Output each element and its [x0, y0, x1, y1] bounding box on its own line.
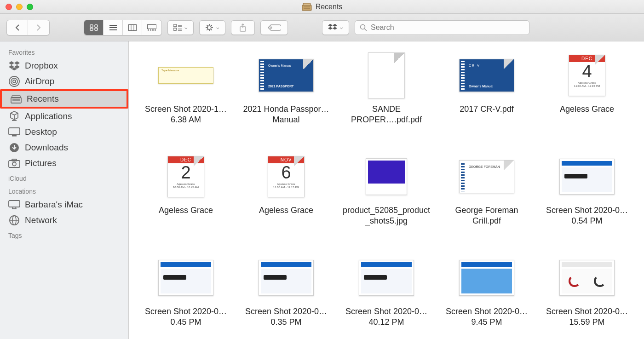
svg-rect-1 [303, 3, 310, 6]
sidebar-item-dropbox[interactable]: Dropbox [0, 58, 128, 74]
sidebar-item-barbara-s-imac[interactable]: Barbara's iMac [0, 197, 128, 213]
share-button[interactable] [231, 20, 255, 35]
tags-button[interactable] [260, 20, 288, 35]
share-icon [239, 23, 247, 32]
file-thumbnail [557, 255, 617, 301]
window-title-icon [302, 3, 312, 11]
search-icon [360, 24, 367, 31]
file-item[interactable]: Screen Shot 2020-0…40.12 PM [339, 255, 434, 339]
sidebar-item-pictures[interactable]: Pictures [0, 155, 128, 171]
list-view-button[interactable] [104, 20, 123, 35]
svg-point-37 [11, 78, 17, 85]
sidebar-item-label: Network [25, 215, 57, 225]
file-item[interactable]: NOV6Ageless Grace11:30 AM - 12:15 PMAgel… [238, 154, 334, 246]
svg-rect-47 [9, 161, 20, 167]
applications-icon [8, 111, 20, 121]
gallery-view-button[interactable] [142, 20, 161, 35]
close-window-button[interactable] [6, 4, 12, 10]
sidebar-item-label: Downloads [25, 143, 68, 153]
view-mode-group [84, 20, 162, 35]
sidebar: FavoritesDropboxAirDropRecentsApplicatio… [0, 41, 129, 339]
file-item[interactable]: Screen Shot 2020-0…9.45 PM [439, 255, 535, 339]
svg-rect-4 [90, 25, 93, 27]
sidebar-item-label: Recents [27, 94, 59, 104]
network-icon [8, 215, 20, 225]
file-thumbnail [457, 255, 517, 301]
nav-back-forward [6, 20, 50, 35]
sidebar-item-label: Dropbox [25, 61, 58, 71]
forward-button[interactable] [28, 20, 49, 35]
file-name: Screen Shot 2020-1…6.38 AM [140, 104, 232, 125]
minimize-window-button[interactable] [16, 4, 23, 10]
sidebar-item-label: Desktop [25, 127, 57, 137]
svg-rect-15 [155, 29, 156, 31]
file-item[interactable]: Screen Shot 2020-0…0.35 PM [238, 255, 334, 339]
file-item[interactable]: GEORGE FOREMANGeorge Foreman Grill.pdf [439, 154, 535, 246]
svg-rect-12 [148, 29, 149, 31]
sidebar-item-downloads[interactable]: Downloads [0, 140, 128, 155]
svg-line-28 [211, 29, 212, 30]
file-name: Ageless Grace [560, 104, 614, 115]
icon-view-button[interactable] [84, 20, 104, 35]
column-view-button[interactable] [123, 20, 142, 35]
search-input[interactable] [371, 23, 524, 32]
file-thumbnail [356, 154, 416, 200]
search-field[interactable] [355, 20, 529, 35]
svg-line-35 [365, 29, 367, 31]
file-item[interactable]: C R - VOwner's Manual2017 CR-V.pdf [439, 52, 535, 144]
dropbox-toolbar-button[interactable]: ⌵ [322, 20, 349, 35]
file-name: Ageless Grace [159, 205, 213, 216]
file-name: Screen Shot 2020-0…0.45 PM [140, 306, 232, 327]
svg-rect-50 [9, 201, 20, 207]
file-item[interactable]: Owner's Manual2021 PASSPORT2021 Honda Pa… [238, 52, 334, 144]
toolbar: ⌵ ⌵ ⌵ [0, 14, 644, 41]
file-item[interactable]: DEC2Ageless Grace10:00 AM - 10:45 AMAgel… [138, 154, 234, 246]
svg-rect-40 [12, 96, 20, 98]
downloads-icon [8, 143, 20, 153]
sidebar-section-header: Locations [0, 184, 128, 197]
sidebar-item-desktop[interactable]: Desktop [0, 124, 128, 140]
sidebar-section-header: iCloud [0, 171, 128, 184]
file-item[interactable]: Screen Shot 2020-0…0.54 PM [539, 154, 635, 246]
sidebar-item-applications[interactable]: Applications [0, 109, 128, 124]
svg-rect-0 [302, 5, 311, 11]
maximize-window-button[interactable] [27, 4, 33, 10]
sidebar-item-label: Applications [25, 111, 72, 121]
file-thumbnail [156, 255, 216, 301]
sidebar-item-airdrop[interactable]: AirDrop [0, 74, 128, 89]
file-thumbnail: Tape Measure [156, 52, 216, 98]
file-name: Screen Shot 2020-0…9.45 PM [441, 306, 533, 327]
sidebar-item-label: AirDrop [25, 76, 54, 86]
file-name: Screen Shot 2020-0…40.12 PM [340, 306, 432, 327]
dropbox-icon [328, 24, 337, 31]
imac-icon [8, 200, 20, 210]
action-menu-button[interactable]: ⌵ [199, 20, 225, 35]
svg-point-36 [13, 80, 16, 83]
file-item[interactable]: product_52085_product_shots5.jpg [339, 154, 434, 246]
file-item[interactable]: Screen Shot 2020-0…0.45 PM [138, 255, 234, 339]
file-item[interactable]: SANDE PROPER….pdf.pdf [339, 52, 434, 144]
back-button[interactable] [7, 20, 28, 35]
sidebar-item-network[interactable]: Network [0, 213, 128, 228]
sidebar-item-recents[interactable]: Recents [2, 91, 126, 107]
svg-line-30 [211, 25, 212, 26]
airdrop-icon [8, 76, 20, 86]
svg-point-22 [207, 26, 211, 29]
dropbox-icon [8, 61, 20, 71]
file-item[interactable]: Tape MeasureScreen Shot 2020-1…6.38 AM [138, 52, 234, 144]
svg-rect-13 [150, 29, 151, 31]
svg-rect-7 [95, 28, 98, 30]
file-item[interactable]: DEC4Ageless Grace11:30 AM - 12:15 PMAgel… [539, 52, 635, 144]
svg-rect-16 [173, 24, 177, 27]
chevron-down-icon: ⌵ [340, 24, 343, 30]
file-name: SANDE PROPER….pdf.pdf [340, 104, 432, 125]
svg-rect-11 [148, 24, 156, 29]
svg-line-29 [207, 29, 207, 30]
file-thumbnail: DEC2Ageless Grace10:00 AM - 10:45 AM [156, 154, 216, 200]
file-item[interactable]: Screen Shot 2020-0…15.59 PM [539, 255, 635, 339]
chevron-down-icon: ⌵ [184, 24, 188, 30]
file-thumbnail [256, 255, 316, 301]
group-by-button[interactable]: ⌵ [167, 20, 194, 35]
file-thumbnail: GEORGE FOREMAN [457, 154, 517, 200]
file-grid: Tape MeasureScreen Shot 2020-1…6.38 AMOw… [129, 41, 644, 339]
